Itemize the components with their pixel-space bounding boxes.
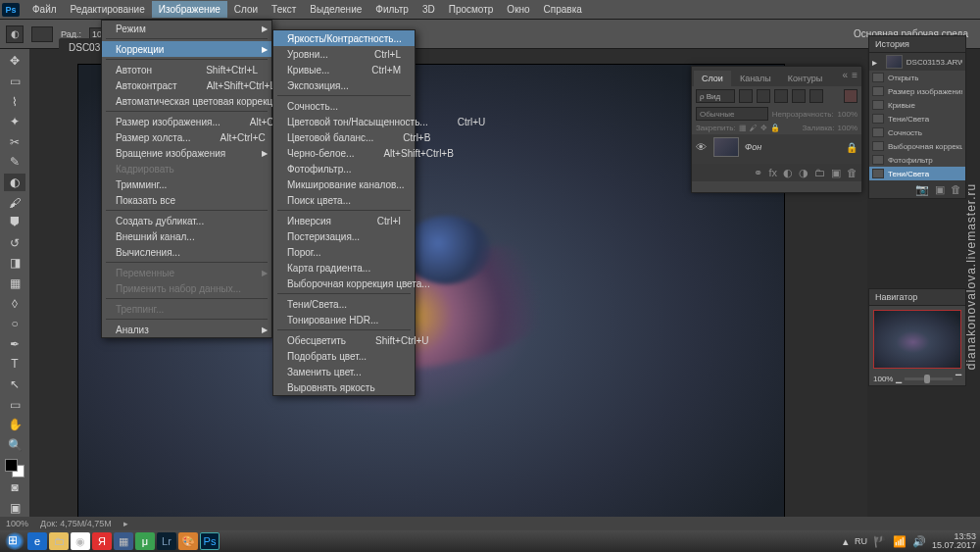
history-step[interactable]: Размер изображения <box>869 84 965 98</box>
menu-item[interactable]: Создать дубликат... <box>102 213 271 228</box>
menu-item[interactable]: АвтоконтрастAlt+Shift+Ctrl+L <box>102 77 271 93</box>
zoom-in-icon[interactable]: ▔ <box>956 375 961 383</box>
gradient-tool[interactable]: ▦ <box>4 275 25 293</box>
tab-channels[interactable]: Каналы <box>732 71 779 86</box>
menu-item[interactable]: Подобрать цвет... <box>273 348 415 364</box>
tray-volume-icon[interactable]: 🔊 <box>912 535 926 548</box>
menu-item[interactable]: Выборочная коррекция цвета... <box>273 276 415 291</box>
taskbar-explorer-icon[interactable]: 🗀 <box>49 532 69 550</box>
menu-item[interactable]: Тонирование HDR... <box>273 312 415 327</box>
menu-item[interactable]: Заменить цвет... <box>273 364 415 379</box>
filter-adjust-icon[interactable] <box>757 89 770 103</box>
menu-просмотр[interactable]: Просмотр <box>442 1 501 18</box>
menu-3d[interactable]: 3D <box>416 1 442 18</box>
lock-all-icon[interactable]: 🔒 <box>770 124 780 132</box>
menu-item[interactable]: Размер изображения...Alt+Ctrl+I <box>102 114 271 129</box>
blur-tool[interactable]: ◊ <box>4 294 25 313</box>
menu-item[interactable]: Микширование каналов... <box>273 176 415 192</box>
filter-shape-icon[interactable] <box>792 89 806 103</box>
nav-zoom-value[interactable]: 100% <box>873 375 893 383</box>
tray-up-icon[interactable]: ▴ <box>843 535 849 548</box>
history-brush-tool[interactable]: ↺ <box>4 233 25 252</box>
menu-изображение[interactable]: Изображение <box>152 1 227 18</box>
tray-network-icon[interactable]: 📶 <box>893 535 906 548</box>
status-zoom[interactable]: 100% <box>6 519 28 528</box>
filter-pixel-icon[interactable] <box>739 89 753 103</box>
menu-item[interactable]: Внешний канал... <box>102 228 271 244</box>
status-arrow-icon[interactable]: ▸ <box>123 519 128 528</box>
healing-brush-tool[interactable]: ◐ <box>4 174 25 192</box>
menu-item[interactable]: ОбесцветитьShift+Ctrl+U <box>273 332 415 348</box>
collapse-icon[interactable]: « <box>843 70 849 80</box>
menu-item[interactable]: Режим▶ <box>102 21 271 36</box>
menu-item[interactable]: Постеризация... <box>273 228 415 244</box>
menu-редактирование[interactable]: Редактирование <box>64 1 152 18</box>
menu-фильтр[interactable]: Фильтр <box>368 1 416 18</box>
menu-справка[interactable]: Справка <box>537 1 589 18</box>
taskbar-chrome-icon[interactable]: ◉ <box>71 532 90 550</box>
menu-item[interactable]: АвтотонShift+Ctrl+L <box>102 62 271 77</box>
menu-item[interactable]: Показать все <box>102 192 271 208</box>
screen-mode[interactable]: ▣ <box>4 498 25 517</box>
menu-item[interactable]: Фотофильтр... <box>273 161 415 176</box>
layer-filter-kind[interactable]: ρ Вид <box>696 89 735 103</box>
zoom-slider[interactable] <box>905 377 953 380</box>
lock-pos-icon[interactable]: ✥ <box>760 124 767 132</box>
menu-item[interactable]: Поиск цвета... <box>273 192 415 208</box>
eraser-tool[interactable]: ◨ <box>4 254 25 273</box>
menu-item[interactable]: Карта градиента... <box>273 260 415 276</box>
panel-menu-icon[interactable]: ≡ <box>852 70 858 80</box>
menu-слои[interactable]: Слои <box>227 1 265 18</box>
link-icon[interactable]: ⚭ <box>754 167 762 178</box>
trash-icon[interactable]: 🗑 <box>951 183 961 195</box>
brush-tool[interactable]: 🖌 <box>4 193 25 212</box>
folder-icon[interactable]: 🗀 <box>814 167 825 178</box>
eyedropper-tool[interactable]: ✎ <box>4 153 25 172</box>
tray-flag-icon[interactable]: 🏴 <box>873 535 887 548</box>
dodge-tool[interactable]: ○ <box>4 315 25 333</box>
lasso-tool[interactable]: ⌇ <box>4 92 25 111</box>
history-step[interactable]: Выборочная коррекция ц... <box>869 139 965 153</box>
menu-item[interactable]: Черно-белое...Alt+Shift+Ctrl+B <box>273 145 415 161</box>
visibility-icon[interactable]: 👁 <box>696 141 708 153</box>
zoom-tool[interactable]: 🔍 <box>4 436 25 455</box>
path-tool[interactable]: ↖ <box>4 376 25 394</box>
new-snapshot-icon[interactable]: 📷 <box>915 183 929 195</box>
taskbar-app-icon[interactable]: ▦ <box>114 532 133 550</box>
menu-item[interactable]: Сочность... <box>273 98 415 114</box>
taskbar-paint-icon[interactable]: 🎨 <box>178 532 198 550</box>
menu-item[interactable]: Кривые...Ctrl+M <box>273 62 415 77</box>
history-step[interactable]: Фотофильтр <box>869 153 965 167</box>
taskbar-ie-icon[interactable]: e <box>27 532 47 550</box>
quickmask-toggle[interactable]: ◙ <box>4 478 25 497</box>
pen-tool[interactable]: ✒ <box>4 335 25 354</box>
navigator-preview[interactable] <box>873 310 961 369</box>
tab-layers[interactable]: Слои <box>694 71 731 86</box>
menu-item[interactable]: Цветовой тон/Насыщенность...Ctrl+U <box>273 114 415 129</box>
adjust-icon[interactable]: ◑ <box>799 167 808 178</box>
lock-trans-icon[interactable]: ▦ <box>739 124 747 132</box>
menu-item[interactable]: Выровнять яркость <box>273 379 415 395</box>
tray-clock[interactable]: 13:53 15.07.2017 <box>932 532 976 551</box>
new-doc-icon[interactable]: ▣ <box>935 183 945 195</box>
menu-item[interactable]: Порог... <box>273 244 415 260</box>
menu-item[interactable]: Уровни...Ctrl+L <box>273 46 415 62</box>
menu-item[interactable]: Автоматическая цветовая коррекцияShift+C… <box>102 93 271 109</box>
menu-окно[interactable]: Окно <box>500 1 536 18</box>
taskbar-utorrent-icon[interactable]: μ <box>135 532 155 550</box>
marquee-tool[interactable]: ▭ <box>4 73 25 91</box>
menu-item[interactable]: Яркость/Контрастность... <box>273 30 415 46</box>
color-swatches[interactable] <box>5 459 24 477</box>
tab-paths[interactable]: Контуры <box>780 71 830 86</box>
layer-row-background[interactable]: 👁 Фон 🔒 <box>692 134 861 160</box>
menu-item[interactable]: Цветовой баланс...Ctrl+B <box>273 129 415 145</box>
mask-icon[interactable]: ◐ <box>783 167 793 178</box>
history-source-row[interactable]: ▸ DSC03153.ARW <box>869 53 965 71</box>
status-doc-size[interactable]: Док: 4,75M/4,75M <box>40 519 112 528</box>
tool-preset-picker[interactable]: ◐ <box>6 25 24 43</box>
menu-item[interactable]: Экспозиция... <box>273 77 415 93</box>
new-layer-icon[interactable]: ▣ <box>831 167 841 178</box>
tray-lang[interactable]: RU <box>855 536 867 546</box>
taskbar-photoshop-icon[interactable]: Ps <box>200 532 220 550</box>
menu-текст[interactable]: Текст <box>265 1 303 18</box>
